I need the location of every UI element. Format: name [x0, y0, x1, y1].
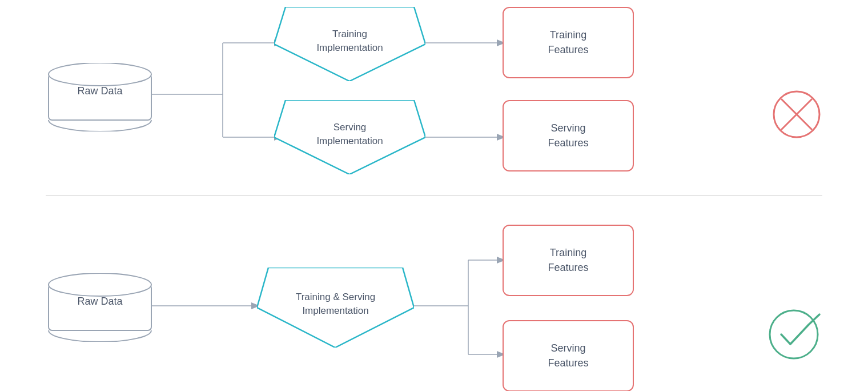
- training-features-box-bottom: Training Features: [503, 225, 634, 296]
- raw-data-label-top: Raw Data: [46, 85, 154, 98]
- diagram-container: Raw Data Training Implementation Serving…: [0, 0, 868, 391]
- serving-impl-box-top: Serving Implementation: [274, 100, 425, 174]
- raw-data-cylinder-top: Raw Data: [46, 63, 154, 131]
- svg-point-26: [49, 273, 151, 296]
- training-serving-impl-box: Training & Serving Implementation: [257, 268, 414, 348]
- raw-data-cylinder-bottom: Raw Data: [46, 273, 154, 342]
- check-circle-svg: [765, 303, 822, 360]
- serving-impl-label-top: Serving Implementation: [316, 121, 383, 148]
- serving-features-label-bottom: Serving Features: [548, 341, 588, 370]
- svg-point-21: [49, 63, 151, 86]
- x-circle-svg: [771, 89, 822, 140]
- training-features-label-bottom: Training Features: [548, 246, 588, 274]
- serving-features-box-bottom: Serving Features: [503, 320, 634, 391]
- serving-features-box-top: Serving Features: [503, 100, 634, 171]
- section-divider: [46, 196, 822, 196]
- training-impl-box-top: Training Implementation: [274, 7, 425, 81]
- svg-point-27: [770, 310, 818, 358]
- training-features-box-top: Training Features: [503, 7, 634, 78]
- serving-features-label-top: Serving Features: [548, 121, 588, 150]
- training-features-label-top: Training Features: [548, 28, 588, 57]
- ts-impl-label: Training & Serving Implementation: [296, 290, 375, 318]
- training-impl-label-top: Training Implementation: [316, 27, 383, 55]
- bad-status-icon: [771, 89, 822, 142]
- raw-data-label-bottom: Raw Data: [46, 295, 154, 308]
- good-status-icon: [765, 303, 822, 362]
